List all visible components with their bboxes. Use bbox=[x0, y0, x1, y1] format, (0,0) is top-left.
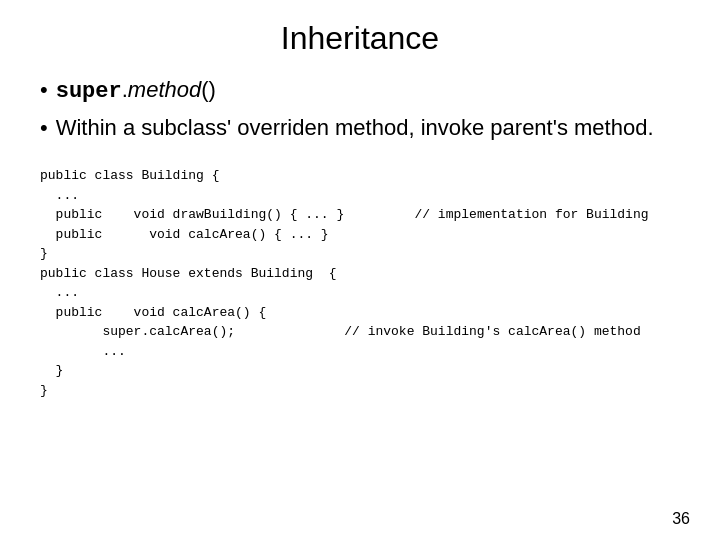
code-line-2: ... bbox=[40, 186, 680, 206]
code-line-11: ... bbox=[40, 342, 680, 362]
method-name: method bbox=[128, 77, 201, 102]
bullet-item-1: • super.method() bbox=[40, 75, 680, 107]
code-line-12: } bbox=[40, 361, 680, 381]
code-line-7: public class House extends Building { bbox=[40, 264, 680, 284]
bullet-dot-2: • bbox=[40, 113, 48, 143]
page-number: 36 bbox=[672, 510, 690, 528]
code-block: public class Building { ... public void … bbox=[40, 166, 680, 400]
code-line-8: ... bbox=[40, 283, 680, 303]
bullet-item-2: • Within a subclass' overriden method, i… bbox=[40, 113, 680, 143]
slide: Inheritance • super.method() • Within a … bbox=[0, 0, 720, 540]
parens: () bbox=[201, 77, 216, 102]
code-line-5: } bbox=[40, 244, 680, 264]
code-line-4: public void calcArea() { ... } bbox=[40, 225, 680, 245]
super-keyword: super bbox=[56, 79, 122, 104]
code-line-1: public class Building { bbox=[40, 166, 680, 186]
code-line-13: } bbox=[40, 381, 680, 401]
bullets-section: • super.method() • Within a subclass' ov… bbox=[40, 75, 680, 148]
bullet-dot-1: • bbox=[40, 75, 48, 105]
bullet-text-2: Within a subclass' overriden method, inv… bbox=[56, 113, 680, 143]
bullet-text-1: super.method() bbox=[56, 75, 680, 107]
code-line-3: public void drawBuilding() { ... } // im… bbox=[40, 205, 680, 225]
slide-title: Inheritance bbox=[40, 20, 680, 57]
code-line-9: public void calcArea() { bbox=[40, 303, 680, 323]
code-line-10: super.calcArea(); // invoke Building's c… bbox=[40, 322, 680, 342]
